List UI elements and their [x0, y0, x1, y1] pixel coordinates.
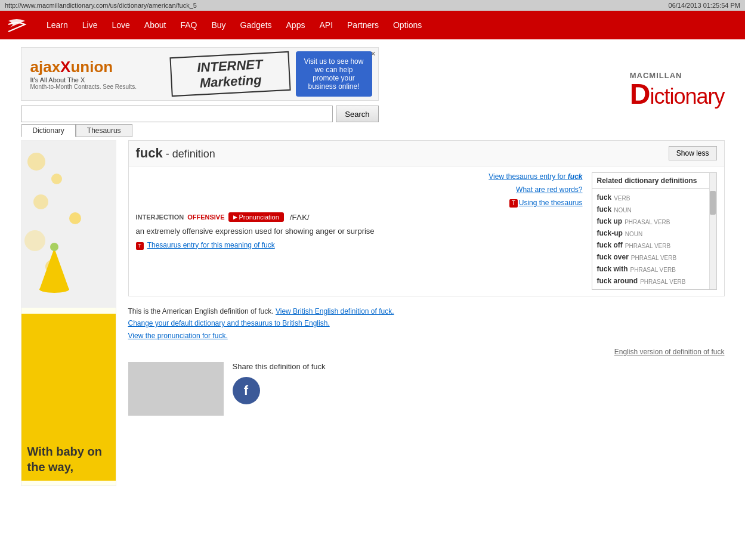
- red-words-link-container: What are red words?: [136, 185, 583, 194]
- facebook-icon: f: [244, 383, 248, 398]
- using-thesaurus-link-container: TUsing the thesaurus: [136, 199, 583, 208]
- related-pos: PHRASAL VERB: [631, 255, 676, 261]
- definition-text: an extremely offensive expression used f…: [136, 225, 583, 237]
- pronunciation-link[interactable]: View the pronunciation for fuck.: [128, 332, 228, 340]
- related-list[interactable]: fuckVERBfuckNOUNfuck upPHRASAL VERBfuck-…: [592, 189, 716, 289]
- nav-love[interactable]: Love: [105, 20, 137, 30]
- nav-gadgets[interactable]: Gadgets: [233, 20, 279, 30]
- share-section: Share this definition of fuck f: [128, 362, 725, 416]
- nav-learn[interactable]: Learn: [39, 20, 75, 30]
- def-body: View thesaurus entry for fuck What are r…: [129, 166, 724, 296]
- search-tabs: Dictionary Thesaurus: [21, 124, 379, 137]
- scrollbar-track: [709, 173, 716, 289]
- ad-middle: INTERNET Marketing: [169, 51, 290, 97]
- main-nav: Learn Live Love About FAQ Buy Gadgets Ap…: [0, 11, 745, 39]
- baby-ad: With baby on the way,: [21, 314, 116, 481]
- ad-close-icon[interactable]: ✕: [370, 50, 376, 58]
- nav-live[interactable]: Live: [75, 20, 105, 30]
- related-pos: NOUN: [625, 231, 642, 237]
- american-note-text1: This is the American English definition …: [128, 307, 274, 315]
- logo[interactable]: [6, 16, 27, 35]
- ad-left: ajaxXunion It's All About The X Month-to…: [27, 55, 165, 93]
- facebook-button[interactable]: f: [233, 377, 260, 404]
- related-word: fuck with: [597, 265, 628, 273]
- thesaurus-entry-icon: T: [136, 242, 144, 250]
- tab-thesaurus[interactable]: Thesaurus: [76, 124, 132, 137]
- nav-options[interactable]: Options: [386, 20, 429, 30]
- def-title: fuck - definition: [136, 146, 215, 161]
- search-row: Search: [21, 106, 379, 122]
- def-separator: -: [163, 148, 172, 160]
- headword: fuck: [136, 146, 163, 160]
- thesaurus-entry-link[interactable]: Thesaurus entry for this meaning of fuck: [147, 241, 275, 249]
- nav-buy[interactable]: Buy: [204, 20, 233, 30]
- timestamp-display: 06/14/2013 01:25:54 PM: [669, 2, 740, 9]
- related-word: fuck up: [597, 217, 623, 225]
- search-input[interactable]: [21, 106, 333, 122]
- def-right: Related dictionary definitions fuckVERBf…: [592, 172, 717, 290]
- main-layout: ✕ With baby on the way,: [15, 140, 731, 498]
- ad-banner: ajaxXunion It's All About The X Month-to…: [21, 47, 379, 101]
- share-image: [128, 362, 224, 416]
- side-ad: ✕ With baby on the way,: [21, 140, 116, 486]
- thesaurus-links: View thesaurus entry for fuck: [136, 172, 583, 181]
- related-pos: PHRASAL VERB: [625, 243, 670, 249]
- nav-partners[interactable]: Partners: [340, 20, 386, 30]
- american-note: This is the American English definition …: [128, 305, 725, 342]
- ad-tagline: It's All About The X: [30, 76, 162, 83]
- nav-apps[interactable]: Apps: [279, 20, 313, 30]
- header-row: ajaxXunion It's All About The X Month-to…: [15, 39, 731, 140]
- nav-about[interactable]: About: [137, 20, 174, 30]
- british-def-link[interactable]: View British English definition of fuck.: [276, 307, 394, 315]
- search-button[interactable]: Search: [336, 106, 378, 122]
- related-pos: PHRASAL VERB: [630, 267, 676, 273]
- related-box-header: Related dictionary definitions: [592, 173, 716, 189]
- related-word: fuck around: [597, 277, 638, 285]
- share-text: Share this definition of fuck: [233, 362, 326, 371]
- tab-dictionary[interactable]: Dictionary: [21, 124, 76, 137]
- related-pos: PHRASAL VERB: [625, 219, 670, 225]
- top-bar: http://www.macmillandictionary.com/us/di…: [0, 0, 745, 11]
- related-pos: PHRASAL VERB: [640, 279, 685, 285]
- scrollbar-thumb[interactable]: [710, 191, 716, 215]
- def-label: definition: [172, 148, 215, 160]
- search-area: Search Dictionary Thesaurus: [21, 106, 379, 137]
- related-word: fuck off: [597, 241, 623, 249]
- related-item[interactable]: fuck overPHRASAL VERB: [592, 251, 716, 263]
- offensive-label: OFFENSIVE: [187, 214, 224, 221]
- related-item[interactable]: fuck aroundPHRASAL VERB: [592, 275, 716, 287]
- related-item[interactable]: fuck withPHRASAL VERB: [592, 263, 716, 275]
- pronunciation-button[interactable]: Pronunciation: [228, 212, 284, 222]
- related-word: fuck: [597, 193, 612, 202]
- show-less-button[interactable]: Show less: [669, 146, 717, 160]
- macmillan-logo: MACMILLAN D ictionary: [630, 71, 725, 109]
- thesaurus-link[interactable]: View thesaurus entry for fuck: [489, 172, 582, 181]
- related-box: Related dictionary definitions fuckVERBf…: [592, 172, 717, 290]
- related-item[interactable]: fuckVERB: [592, 191, 716, 203]
- nav-api[interactable]: API: [312, 20, 340, 30]
- left-panel: ✕ With baby on the way,: [21, 140, 122, 498]
- red-words-link[interactable]: What are red words?: [516, 185, 582, 194]
- related-item[interactable]: fuckNOUN: [592, 203, 716, 215]
- related-word: fuck-up: [597, 229, 623, 237]
- related-item[interactable]: fuck-upNOUN: [592, 227, 716, 239]
- related-word: fuck: [597, 205, 612, 214]
- def-left: View thesaurus entry for fuck What are r…: [136, 172, 583, 290]
- related-pos: NOUN: [614, 207, 631, 214]
- pos-label: INTERJECTION: [136, 214, 184, 221]
- mac-logo-d: D: [630, 80, 650, 109]
- english-version-link[interactable]: English version of definition of fuck: [614, 348, 725, 356]
- ad-sub: Month-to-Month Contracts. See Results.: [30, 83, 162, 90]
- ad-cta[interactable]: Visit us to see how we can help promote …: [296, 51, 372, 97]
- related-word: fuck over: [597, 253, 629, 261]
- related-item[interactable]: fuck upPHRASAL VERB: [592, 215, 716, 227]
- thesaurus-entry: T Thesaurus entry for this meaning of fu…: [136, 241, 583, 250]
- share-right: Share this definition of fuck f: [233, 362, 326, 416]
- def-header: fuck - definition Show less: [129, 141, 724, 166]
- nav-faq[interactable]: FAQ: [173, 20, 204, 30]
- using-thesaurus-link[interactable]: Using the thesaurus: [519, 199, 583, 207]
- related-item[interactable]: fuck offPHRASAL VERB: [592, 239, 716, 251]
- english-version: English version of definition of fuck: [128, 348, 725, 356]
- url-display: http://www.macmillandictionary.com/us/di…: [5, 2, 197, 9]
- change-default-link[interactable]: Change your default dictionary and thesa…: [128, 319, 330, 327]
